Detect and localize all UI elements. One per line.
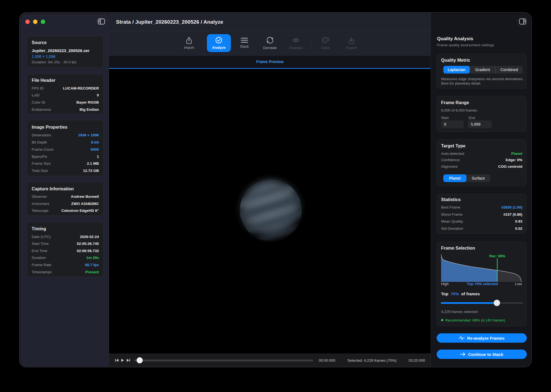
svg-text:Rec: 69%: Rec: 69% <box>489 254 505 258</box>
